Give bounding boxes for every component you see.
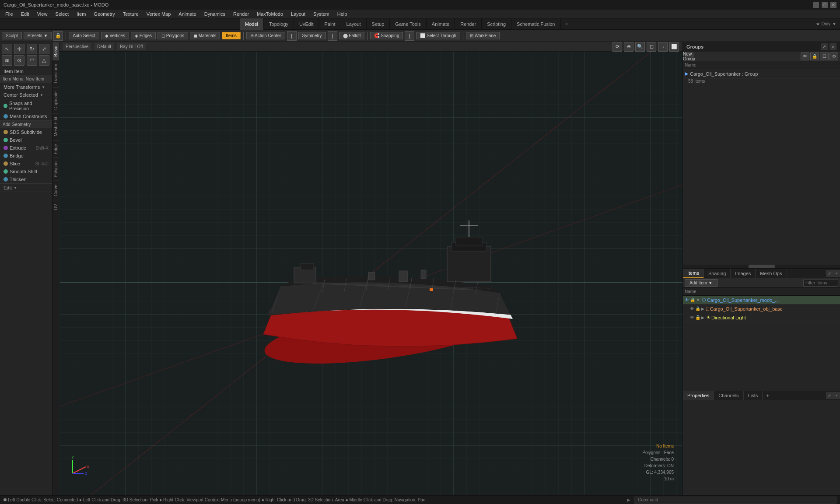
tab-scripting[interactable]: Scripting <box>482 18 511 30</box>
side-tab-edge[interactable]: Edge <box>52 140 59 158</box>
tab-uvedit[interactable]: UvEdit <box>294 18 319 30</box>
groups-icon4[interactable]: ⚙ <box>830 52 838 60</box>
menu-vertex-map[interactable]: Vertex Map <box>143 10 175 18</box>
vp-ctrl-6[interactable]: ⬜ <box>669 42 679 52</box>
tool-move[interactable]: ✛ <box>14 44 24 54</box>
more-transforms-item[interactable]: More Transforms ▼ <box>0 83 52 91</box>
groups-scrollbar[interactable] <box>683 265 840 268</box>
sculpt-button[interactable]: Sculpt <box>2 32 22 39</box>
menu-render[interactable]: Render <box>230 10 252 18</box>
action-center-button[interactable]: ⊕ Action Center <box>246 32 285 39</box>
bevel-item[interactable]: Bevel <box>0 136 52 144</box>
toolbar-snap-icon[interactable]: | <box>405 31 414 41</box>
groups-icon1[interactable]: 👁 <box>801 52 809 60</box>
viewport[interactable]: Perspective Default Ray GL: Off ⟳ ⊕ 🔍 ◻ … <box>60 42 682 495</box>
thicken-item[interactable]: Thicken <box>0 175 52 183</box>
new-item-header[interactable]: Item Menu: New Item <box>0 75 52 83</box>
vp-raygl[interactable]: Ray GL: Off <box>117 43 146 50</box>
menu-edit[interactable]: Edit <box>18 10 33 18</box>
tab-setup[interactable]: Setup <box>367 18 390 30</box>
groups-icon2[interactable]: 🔒 <box>810 52 819 60</box>
slice-item[interactable]: Slice Shift-C <box>0 160 52 168</box>
edges-button[interactable]: ◈ Edges <box>131 32 156 39</box>
menu-file[interactable]: File <box>2 10 17 18</box>
materials-button[interactable]: ◼ Materials <box>190 32 220 39</box>
snaps-precision-item[interactable]: Snaps and Precision <box>0 99 52 112</box>
close-button[interactable]: ✕ <box>830 2 836 8</box>
add-geometry-header[interactable]: Add Geometry <box>0 121 52 128</box>
tab-topology[interactable]: Topology <box>264 18 294 30</box>
vp-perspective[interactable]: Perspective <box>63 43 91 50</box>
props-tab-add[interactable]: + <box>763 393 772 398</box>
groups-expand[interactable]: ⤢ <box>821 43 828 50</box>
tool-sculpt4[interactable]: △ <box>39 55 49 66</box>
menu-view[interactable]: View <box>34 10 51 18</box>
menu-geometry[interactable]: Geometry <box>90 10 118 18</box>
tab-paint[interactable]: Paint <box>319 18 341 30</box>
toolbar-ac-icon[interactable]: | <box>287 31 297 41</box>
select-through-button[interactable]: ⬜ Select Through <box>416 32 460 39</box>
props-close[interactable]: × <box>833 392 840 399</box>
tab-add-button[interactable]: ＋ <box>561 21 573 27</box>
side-tab-transform[interactable]: Transform <box>52 60 59 87</box>
command-input[interactable] <box>634 497 836 504</box>
snapping-button[interactable]: 🧲 Snapping <box>370 32 403 39</box>
vp-ctrl-2[interactable]: ⊕ <box>624 42 634 52</box>
tool-sculpt3[interactable]: ◠ <box>27 55 37 66</box>
group-row-main[interactable]: ▶ Cargo_Oil_Supertanker : Group <box>683 69 840 79</box>
tool-select[interactable]: ↖ <box>2 44 12 54</box>
edit-item[interactable]: Edit ▼ <box>0 184 52 192</box>
auto-select-button[interactable]: Auto Select <box>69 32 99 39</box>
tab-render[interactable]: Render <box>455 18 482 30</box>
vp-ctrl-3[interactable]: 🔍 <box>635 42 645 52</box>
vp-ctrl-5[interactable]: → <box>658 42 668 52</box>
side-tab-polygon[interactable]: Polygon <box>52 158 59 181</box>
menu-item[interactable]: Item <box>73 10 89 18</box>
tab-animate[interactable]: Animate <box>427 18 455 30</box>
item-row-directional-light[interactable]: 👁 🔒 ▶ ☀ Directional Light <box>683 313 840 322</box>
items-tab-items[interactable]: Items <box>683 269 704 278</box>
side-tab-mesh-edit[interactable]: Mesh Edit <box>52 113 59 140</box>
side-tab-curve[interactable]: Curve <box>52 181 59 200</box>
vp-ctrl-4[interactable]: ◻ <box>647 42 656 52</box>
smooth-shift-item[interactable]: Smooth Shift <box>0 168 52 175</box>
tree-expand-1[interactable]: ▼ <box>696 298 700 302</box>
menu-layout[interactable]: Layout <box>287 10 309 18</box>
tool-rotate[interactable]: ↻ <box>27 44 37 54</box>
menu-maxtomodo[interactable]: MaxToModo <box>253 10 287 18</box>
item-row-cargo-group[interactable]: 👁 🔒 ▼ ⬡ Cargo_Oil_Supertanker_modo_... <box>683 296 840 304</box>
items-expand[interactable]: ⤢ <box>826 270 833 277</box>
menu-help[interactable]: Help <box>334 10 351 18</box>
item-row-obj-base[interactable]: 👁 🔒 ▶ □ Cargo_Oil_Supertanker_obj_base <box>683 304 840 313</box>
menu-animate[interactable]: Animate <box>175 10 200 18</box>
tree-expand-3[interactable]: ▶ <box>701 315 704 320</box>
side-tab-basic[interactable]: Basic <box>52 42 59 60</box>
toolbar-sym-icon[interactable]: | <box>328 31 337 41</box>
bridge-item[interactable]: Bridge <box>0 152 52 160</box>
maximize-button[interactable]: □ <box>822 2 828 8</box>
groups-close[interactable]: × <box>830 43 836 50</box>
tab-game-tools[interactable]: Game Tools <box>390 18 427 30</box>
vp-ctrl-1[interactable]: ⟳ <box>612 42 622 52</box>
props-tab-properties[interactable]: Properties <box>683 391 714 400</box>
tab-model[interactable]: Model <box>240 18 264 30</box>
polygons-button[interactable]: ◻ Polygons <box>158 32 188 39</box>
props-tab-channels[interactable]: Channels <box>714 391 743 400</box>
tab-schematic-fusion[interactable]: Schematic Fusion <box>511 18 560 30</box>
side-tab-uv[interactable]: UV <box>52 200 59 214</box>
props-expand[interactable]: ⤢ <box>826 392 833 399</box>
minimize-button[interactable]: — <box>813 2 819 8</box>
items-tab-images[interactable]: Images <box>731 269 756 278</box>
symmetry-button[interactable]: Symmetry <box>298 32 326 39</box>
filter-items-input[interactable] <box>803 280 838 287</box>
menu-system[interactable]: System <box>310 10 333 18</box>
menu-texture[interactable]: Texture <box>119 10 142 18</box>
tool-sculpt1[interactable]: ≋ <box>2 55 12 66</box>
item-menu-header[interactable]: Item Item <box>0 67 52 75</box>
items-close[interactable]: × <box>833 270 840 277</box>
viewport-canvas[interactable]: No Items Polygons : Face Channels: 0 Def… <box>60 52 682 495</box>
falloff-button[interactable]: ⬤ Falloff <box>339 32 365 39</box>
vp-default[interactable]: Default <box>94 43 114 50</box>
mesh-constraints-item[interactable]: Mesh Constraints <box>0 112 52 120</box>
groups-new-group[interactable]: New Group <box>685 52 693 60</box>
